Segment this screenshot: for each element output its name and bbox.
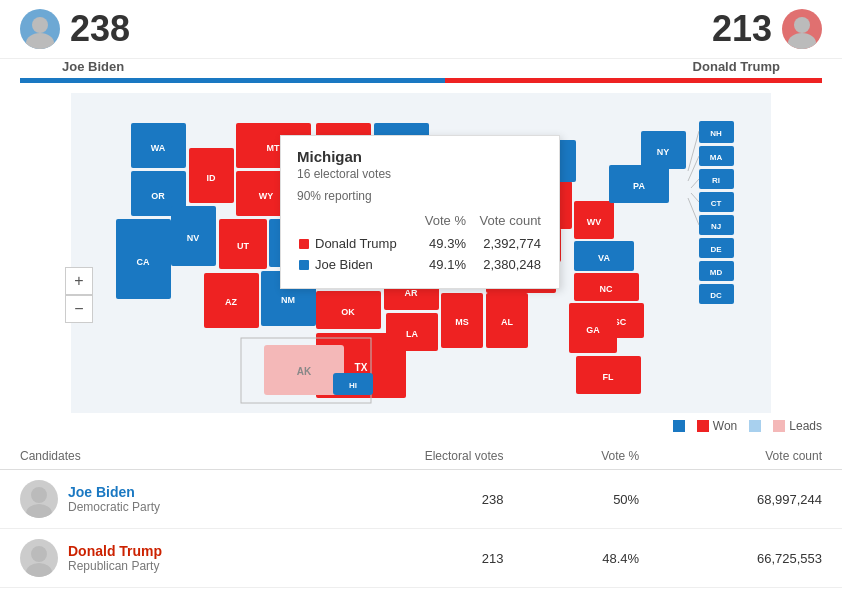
state-tooltip: Michigan 16 electoral votes 90% reportin… bbox=[280, 135, 560, 289]
svg-text:HI: HI bbox=[349, 381, 357, 390]
map-controls: + − bbox=[65, 267, 93, 323]
trump-candidate-cell: Donald Trump Republican Party bbox=[0, 529, 317, 588]
zoom-in-button[interactable]: + bbox=[65, 267, 93, 295]
legend-red-leads: Leads bbox=[773, 419, 822, 433]
biden-party: Democratic Party bbox=[68, 500, 160, 514]
tooltip-row-trump: Donald Trump 49.3% 2,392,774 bbox=[299, 234, 541, 253]
svg-text:NY: NY bbox=[657, 147, 670, 157]
svg-text:AL: AL bbox=[501, 317, 513, 327]
trump-header: 213 bbox=[712, 8, 822, 50]
col-electoral: Electoral votes bbox=[317, 443, 524, 470]
biden-name-label: Joe Biden bbox=[62, 59, 124, 74]
trump-vote-count: 66,725,553 bbox=[659, 529, 842, 588]
svg-text:DE: DE bbox=[710, 245, 722, 254]
name-labels: Joe Biden Donald Trump bbox=[0, 59, 842, 74]
trump-electoral-count: 213 bbox=[712, 8, 772, 50]
svg-text:WV: WV bbox=[587, 217, 602, 227]
biden-vote-pct: 50% bbox=[523, 470, 659, 529]
trump-name-label: Donald Trump bbox=[693, 59, 780, 74]
svg-point-62 bbox=[31, 546, 47, 562]
svg-text:AK: AK bbox=[297, 366, 312, 377]
svg-text:PA: PA bbox=[633, 181, 645, 191]
biden-cell-inner: Joe Biden Democratic Party bbox=[20, 480, 297, 518]
tooltip-trump-pct: 49.3% bbox=[417, 234, 466, 253]
candidates-header: 238 213 bbox=[0, 0, 842, 59]
svg-text:VA: VA bbox=[598, 253, 610, 263]
svg-point-3 bbox=[788, 33, 816, 49]
col-candidates: Candidates bbox=[0, 443, 317, 470]
trump-avatar bbox=[782, 9, 822, 49]
svg-text:NM: NM bbox=[281, 295, 295, 305]
tooltip-reporting: 90% reporting bbox=[297, 189, 543, 203]
col-vote-count: Vote count bbox=[659, 443, 842, 470]
tooltip-biden-name: Joe Biden bbox=[299, 255, 415, 274]
legend-blue-leads-box bbox=[749, 420, 761, 432]
svg-text:MD: MD bbox=[710, 268, 723, 277]
tooltip-biden-pct: 49.1% bbox=[417, 255, 466, 274]
trump-dot bbox=[299, 239, 309, 249]
biden-electoral: 238 bbox=[317, 470, 524, 529]
biden-name: Joe Biden bbox=[68, 484, 160, 500]
table-header-row: Candidates Electoral votes Vote % Vote c… bbox=[0, 443, 842, 470]
map-legend: Won Leads bbox=[0, 413, 842, 439]
svg-text:MT: MT bbox=[267, 143, 280, 153]
svg-text:NC: NC bbox=[600, 284, 613, 294]
svg-text:LA: LA bbox=[406, 329, 418, 339]
map-section: WA OR CA ID NV MT WY bbox=[0, 83, 842, 413]
svg-text:GA: GA bbox=[586, 325, 600, 335]
tooltip-col-pct: Vote % bbox=[417, 213, 466, 232]
tooltip-trump-count: 2,392,774 bbox=[468, 234, 541, 253]
tooltip-electoral: 16 electoral votes bbox=[297, 167, 543, 181]
biden-info: Joe Biden Democratic Party bbox=[68, 484, 160, 514]
trump-table-avatar bbox=[20, 539, 58, 577]
svg-text:WA: WA bbox=[151, 143, 166, 153]
progress-bars bbox=[0, 74, 842, 83]
svg-point-0 bbox=[32, 17, 48, 33]
tooltip-biden-count: 2,380,248 bbox=[468, 255, 541, 274]
results-table: Candidates Electoral votes Vote % Vote c… bbox=[0, 443, 842, 588]
legend-blue-leads bbox=[749, 420, 761, 432]
trump-info: Donald Trump Republican Party bbox=[68, 543, 162, 573]
tooltip-trump-name: Donald Trump bbox=[299, 234, 415, 253]
svg-point-2 bbox=[794, 17, 810, 33]
svg-text:MS: MS bbox=[455, 317, 469, 327]
tooltip-col-candidate bbox=[299, 213, 415, 232]
svg-text:TX: TX bbox=[355, 362, 368, 373]
legend-blue-won bbox=[673, 420, 685, 432]
legend-red-won: Won bbox=[697, 419, 737, 433]
tooltip-row-biden: Joe Biden 49.1% 2,380,248 bbox=[299, 255, 541, 274]
svg-point-61 bbox=[26, 504, 52, 518]
svg-text:WY: WY bbox=[259, 191, 274, 201]
zoom-out-button[interactable]: − bbox=[65, 295, 93, 323]
table-row: Joe Biden Democratic Party 238 50% 68,99… bbox=[0, 470, 842, 529]
svg-text:OK: OK bbox=[341, 307, 355, 317]
trump-cell-inner: Donald Trump Republican Party bbox=[20, 539, 297, 577]
biden-electoral-count: 238 bbox=[70, 8, 130, 50]
legend-red-won-box bbox=[697, 420, 709, 432]
biden-dot bbox=[299, 260, 309, 270]
biden-header: 238 bbox=[20, 8, 130, 50]
svg-text:DC: DC bbox=[710, 291, 722, 300]
svg-text:NH: NH bbox=[710, 129, 722, 138]
biden-vote-count: 68,997,244 bbox=[659, 470, 842, 529]
table-row: Donald Trump Republican Party 213 48.4% … bbox=[0, 529, 842, 588]
trump-party: Republican Party bbox=[68, 559, 162, 573]
legend-won-label: Won bbox=[713, 419, 737, 433]
svg-text:FL: FL bbox=[603, 372, 614, 382]
svg-text:AR: AR bbox=[405, 288, 418, 298]
legend-leads-label: Leads bbox=[789, 419, 822, 433]
svg-text:AZ: AZ bbox=[225, 297, 237, 307]
svg-text:NV: NV bbox=[187, 233, 200, 243]
col-vote-pct: Vote % bbox=[523, 443, 659, 470]
svg-text:CT: CT bbox=[711, 199, 722, 208]
tooltip-state-name: Michigan bbox=[297, 148, 543, 165]
svg-text:RI: RI bbox=[712, 176, 720, 185]
svg-text:UT: UT bbox=[237, 241, 249, 251]
svg-point-60 bbox=[31, 487, 47, 503]
biden-candidate-cell: Joe Biden Democratic Party bbox=[0, 470, 317, 529]
svg-text:CA: CA bbox=[137, 257, 150, 267]
svg-text:OR: OR bbox=[151, 191, 165, 201]
svg-text:ID: ID bbox=[207, 173, 217, 183]
legend-blue-won-box bbox=[673, 420, 685, 432]
svg-point-1 bbox=[26, 33, 54, 49]
